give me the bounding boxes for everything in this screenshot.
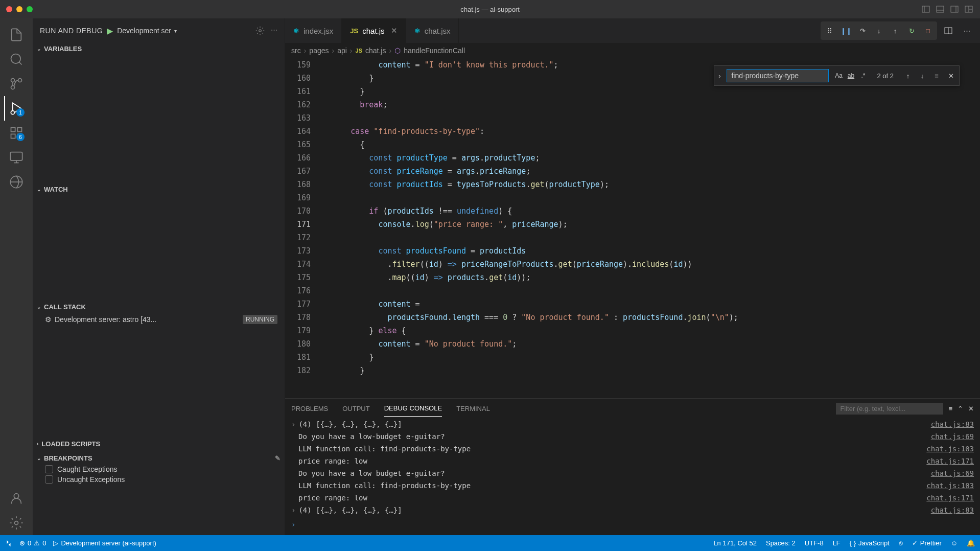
code-content[interactable]: content = "I don't know this product."; …	[323, 58, 980, 398]
settings-icon[interactable]	[4, 511, 29, 535]
run-debug-icon[interactable]: 1	[4, 96, 29, 121]
console-source-link[interactable]: chat.js:171	[926, 455, 974, 467]
language-mode[interactable]: { } JavaScript	[850, 539, 890, 547]
bc-src[interactable]: src	[291, 47, 301, 55]
checkbox-icon[interactable]	[45, 475, 53, 484]
chevron-right-icon[interactable]: ›	[291, 420, 295, 428]
panel-left-icon[interactable]	[921, 4, 931, 14]
console-source-link[interactable]: chat.js:83	[931, 504, 974, 516]
svg-point-9	[11, 54, 21, 64]
encoding[interactable]: UTF-8	[805, 539, 824, 547]
indentation[interactable]: Spaces: 2	[766, 539, 796, 547]
prettier-status[interactable]: ✓ Prettier	[912, 539, 942, 547]
feedback-icon[interactable]: ☺	[951, 539, 958, 547]
breakpoints-label: BREAKPOINTS	[44, 454, 92, 462]
watch-section-header[interactable]: ⌄ WATCH	[33, 183, 285, 195]
eol[interactable]: LF	[833, 539, 841, 547]
console-source-link[interactable]: chat.js:171	[926, 492, 974, 504]
console-prompt-icon[interactable]: ›	[291, 516, 974, 531]
errors-count[interactable]: ⊗ 0 ⚠ 0	[19, 539, 46, 547]
whole-word-icon[interactable]: ab	[845, 70, 856, 81]
restart-icon[interactable]: ↻	[904, 24, 919, 38]
step-into-icon[interactable]: ↓	[872, 24, 886, 38]
debug-console-output[interactable]: ›(4) [{…}, {…}, {…}, {…}]chat.js:83 Do y…	[285, 418, 980, 535]
watch-label: WATCH	[44, 186, 68, 193]
callstack-section-header[interactable]: ⌄ CALL STACK	[33, 301, 285, 313]
source-control-icon[interactable]	[4, 72, 29, 96]
panel-right-icon[interactable]	[949, 4, 960, 14]
more-icon[interactable]: ⋯	[960, 24, 974, 38]
panel-filter-input[interactable]	[836, 403, 943, 415]
console-source-link[interactable]: chat.js:103	[926, 479, 974, 492]
chevron-right-icon[interactable]: ›	[716, 72, 722, 80]
match-case-icon[interactable]: Aa	[833, 70, 844, 81]
cursor-position[interactable]: Ln 171, Col 52	[713, 539, 757, 547]
minimize-window-button[interactable]	[16, 6, 22, 12]
maximize-window-button[interactable]	[27, 6, 33, 12]
svg-point-13	[11, 79, 15, 82]
loaded-scripts-section-header[interactable]: › LOADED SCRIPTS	[33, 438, 285, 450]
drag-handle-icon[interactable]: ⠿	[823, 24, 837, 38]
start-debug-icon[interactable]: ▶	[107, 26, 113, 36]
console-source-link[interactable]: chat.js:83	[931, 418, 974, 430]
regex-icon[interactable]: .*	[857, 70, 869, 81]
breakpoint-caught[interactable]: Caught Exceptions	[33, 464, 285, 474]
edit-icon[interactable]: ✎	[275, 454, 281, 462]
tab-chat-js[interactable]: JS chat.js ✕	[342, 18, 406, 43]
bp-caught-label: Caught Exceptions	[57, 465, 118, 473]
activity-bar: 1 6	[0, 18, 33, 535]
next-match-icon[interactable]: ↓	[916, 70, 928, 82]
tab-index-jsx[interactable]: ⚛ index.jsx	[285, 18, 342, 43]
split-editor-icon[interactable]	[941, 24, 955, 38]
debug-config-select[interactable]: Development ser ▾	[117, 27, 177, 35]
gear-icon[interactable]	[255, 26, 265, 35]
remote-icon[interactable]	[4, 145, 29, 170]
bc-function[interactable]: handleFunctionCall	[404, 47, 465, 55]
layout-icon[interactable]	[964, 4, 974, 14]
extensions-icon[interactable]: 6	[4, 121, 29, 145]
explorer-icon[interactable]	[4, 22, 29, 47]
variables-section-header[interactable]: ⌄ VARIABLES	[33, 43, 285, 55]
panel-bottom-icon[interactable]	[935, 4, 945, 14]
bc-file[interactable]: chat.js	[365, 47, 386, 55]
chevron-right-icon[interactable]: ›	[291, 506, 295, 514]
svg-rect-18	[11, 134, 15, 138]
tab-chat-jsx[interactable]: ⚛ chat.jsx	[406, 18, 459, 43]
prev-match-icon[interactable]: ↑	[902, 70, 914, 82]
live-share-icon[interactable]: ⎋	[899, 539, 903, 547]
panel-tab-problems[interactable]: PROBLEMS	[291, 401, 328, 417]
breadcrumbs[interactable]: src › pages › api › JS chat.js › ⬡ handl…	[285, 43, 980, 58]
console-source-link[interactable]: chat.js:103	[926, 443, 974, 455]
more-icon[interactable]: ⋯	[271, 26, 277, 35]
close-window-button[interactable]	[6, 6, 12, 12]
debug-status[interactable]: ▷ Development server (ai-support)	[53, 539, 156, 547]
close-panel-icon[interactable]: ✕	[968, 405, 974, 412]
console-source-link[interactable]: chat.js:69	[931, 430, 974, 443]
console-source-link[interactable]: chat.js:69	[931, 467, 974, 479]
panel-tab-terminal[interactable]: TERMINAL	[456, 401, 490, 417]
breakpoints-section-header[interactable]: ⌄ BREAKPOINTS ✎	[33, 452, 285, 464]
find-input[interactable]	[727, 69, 829, 82]
bell-icon[interactable]: 🔔	[967, 539, 975, 547]
bc-pages[interactable]: pages	[309, 47, 329, 55]
collapse-panel-icon[interactable]: ⌃	[958, 405, 963, 412]
callstack-item[interactable]: ⚙ Development server: astro [43... RUNNI…	[33, 313, 285, 326]
breakpoint-uncaught[interactable]: Uncaught Exceptions	[33, 474, 285, 485]
close-icon[interactable]: ✕	[391, 26, 398, 35]
stop-icon[interactable]: □	[921, 24, 935, 38]
close-icon[interactable]: ✕	[945, 70, 957, 82]
remote-button[interactable]	[5, 540, 12, 547]
checkbox-icon[interactable]	[45, 465, 53, 473]
find-in-selection-icon[interactable]: ≡	[930, 70, 943, 82]
account-icon[interactable]	[4, 486, 29, 511]
code-editor[interactable]: 159 160 161 162 163 164 165 166 167 168 …	[285, 58, 980, 398]
bc-api[interactable]: api	[337, 47, 347, 55]
step-out-icon[interactable]: ↑	[888, 24, 902, 38]
edge-icon[interactable]	[4, 170, 29, 194]
step-over-icon[interactable]: ↷	[855, 24, 870, 38]
pause-icon[interactable]: ❙❙	[839, 24, 853, 38]
panel-tab-debug-console[interactable]: DEBUG CONSOLE	[384, 400, 442, 417]
panel-tab-output[interactable]: OUTPUT	[342, 401, 369, 417]
clear-console-icon[interactable]: ≡	[948, 405, 952, 412]
search-icon[interactable]	[4, 47, 29, 72]
